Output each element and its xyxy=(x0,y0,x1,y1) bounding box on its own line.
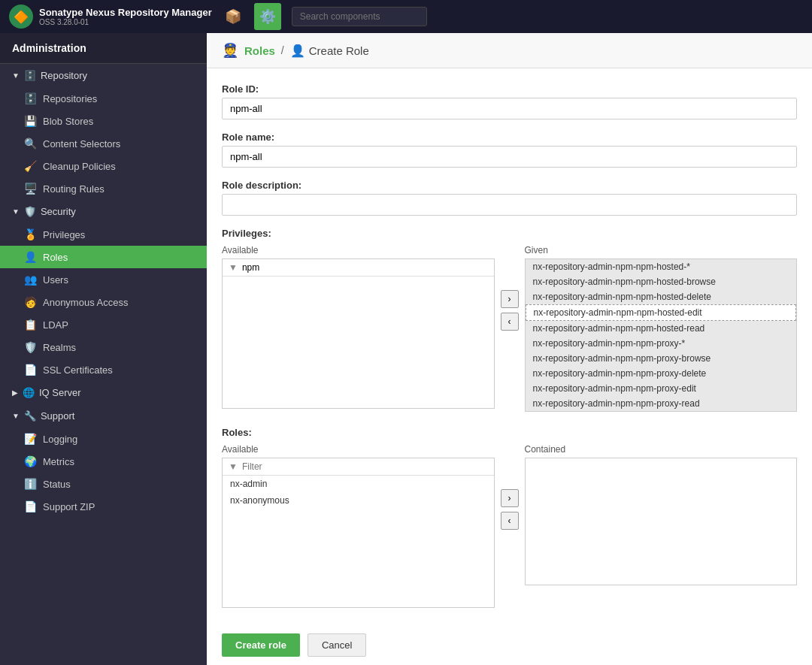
role-name-input[interactable] xyxy=(222,146,797,168)
roles-add-arrow[interactable]: › xyxy=(501,489,519,507)
breadcrumb-current: 👤 Create Role xyxy=(290,44,369,58)
repository-section-icon: 🗄️ xyxy=(24,70,36,81)
privileges-available-col: Available ▼ xyxy=(222,245,495,409)
repositories-icon: 🗄️ xyxy=(24,92,37,104)
given-item[interactable]: nx-repository-admin-npm-npm-proxy-browse xyxy=(526,351,797,366)
status-icon: ℹ️ xyxy=(24,478,37,490)
privileges-filter-bar: ▼ xyxy=(223,259,494,277)
sidebar-item-repositories[interactable]: 🗄️ Repositories xyxy=(0,87,207,110)
privileges-given-box: nx-repository-admin-npm-npm-hosted-*nx-r… xyxy=(525,258,798,412)
sidebar-item-roles[interactable]: 👤 Roles xyxy=(0,246,207,268)
logo-icon: 🔶 xyxy=(9,5,33,29)
role-id-input[interactable] xyxy=(222,98,797,119)
privileges-icon: 🏅 xyxy=(24,228,37,240)
sidebar-item-metrics-label: Metrics xyxy=(43,456,74,467)
given-item[interactable]: nx-repository-admin-npm-npm-hosted-delet… xyxy=(526,289,797,304)
role-id-group: Role ID: xyxy=(222,83,797,119)
sidebar-item-cleanup-policies-label: Cleanup Policies xyxy=(43,161,116,172)
sidebar-item-logging[interactable]: 📝 Logging xyxy=(0,428,207,450)
browse-button[interactable]: 📦 xyxy=(220,3,247,30)
roles-contained-box xyxy=(525,458,798,585)
role-name-group: Role name: xyxy=(222,131,797,168)
search-input[interactable] xyxy=(292,7,427,26)
sidebar-item-support-zip-label: Support ZIP xyxy=(43,501,95,512)
app-name: Sonatype Nexus Repository Manager xyxy=(39,7,212,19)
security-section-icon: 🛡️ xyxy=(24,206,36,217)
sidebar-item-support-zip[interactable]: 📄 Support ZIP xyxy=(0,495,207,518)
sidebar-item-anonymous-access[interactable]: 🧑 Anonymous Access xyxy=(0,291,207,313)
given-item[interactable]: nx-repository-admin-npm-npm-hosted-read xyxy=(526,321,797,336)
breadcrumb-current-label: Create Role xyxy=(309,44,369,57)
given-item[interactable]: nx-repository-admin-npm-npm-proxy-read xyxy=(526,396,797,411)
given-item[interactable]: nx-repository-admin-npm-npm-hosted-* xyxy=(526,259,797,274)
sidebar-item-repositories-label: Repositories xyxy=(43,93,97,104)
roles-available-box: ▼ nx-adminnx-anonymous xyxy=(222,458,495,608)
sidebar-item-metrics[interactable]: 🌍 Metrics xyxy=(0,450,207,473)
roles-panels: Available ▼ nx-adminnx-anonymous › xyxy=(222,444,797,608)
anonymous-access-icon: 🧑 xyxy=(24,296,37,308)
privileges-available-list[interactable] xyxy=(223,277,494,404)
privileges-available-box: ▼ xyxy=(222,258,495,409)
blob-stores-icon: 💾 xyxy=(24,115,37,127)
privileges-remove-arrow[interactable]: ‹ xyxy=(501,313,519,331)
sidebar-section-support[interactable]: ▼ 🔧 Support xyxy=(0,404,207,428)
given-item[interactable]: nx-repository-admin-npm-npm-proxy-edit xyxy=(526,381,797,396)
breadcrumb-parent-link[interactable]: Roles xyxy=(244,44,275,57)
roles-available-item[interactable]: nx-admin xyxy=(223,476,494,492)
sidebar-item-users-label: Users xyxy=(43,274,68,286)
sidebar-item-ssl-certificates[interactable]: 📄 SSL Certificates xyxy=(0,358,207,381)
settings-button[interactable]: ⚙️ xyxy=(254,3,281,30)
sidebar-item-routing-rules[interactable]: 🖥️ Routing Rules xyxy=(0,177,207,200)
privileges-add-arrow[interactable]: › xyxy=(501,290,519,308)
privileges-available-label: Available xyxy=(222,245,495,255)
role-desc-group: Role description: xyxy=(222,180,797,216)
content-selectors-icon: 🔍 xyxy=(24,138,37,150)
given-item[interactable]: nx-repository-admin-npm-npm-hosted-brows… xyxy=(526,274,797,289)
sidebar-item-content-selectors[interactable]: 🔍 Content Selectors xyxy=(0,132,207,155)
roles-filter-input[interactable] xyxy=(242,461,488,472)
sidebar-section-repository[interactable]: ▼ 🗄️ Repository xyxy=(0,64,207,87)
roles-arrow-col: › ‹ xyxy=(501,444,519,530)
roles-available-item[interactable]: nx-anonymous xyxy=(223,492,494,509)
users-icon: 👥 xyxy=(24,274,37,286)
routing-rules-icon: 🖥️ xyxy=(24,183,37,195)
roles-icon: 👤 xyxy=(24,251,37,263)
given-item[interactable]: nx-repository-admin-npm-npm-proxy-delete xyxy=(526,366,797,381)
sidebar-item-realms[interactable]: 🛡️ Realms xyxy=(0,336,207,358)
sidebar-item-routing-rules-label: Routing Rules xyxy=(43,183,105,195)
sidebar-section-iq-server[interactable]: ▶ 🌐 IQ Server xyxy=(0,381,207,404)
cancel-button[interactable]: Cancel xyxy=(308,633,366,657)
sidebar-item-users[interactable]: 👥 Users xyxy=(0,268,207,291)
sidebar-item-status-label: Status xyxy=(43,479,71,490)
sidebar-item-ldap-label: LDAP xyxy=(43,319,68,331)
role-id-label: Role ID: xyxy=(222,83,797,95)
privileges-given-col: Given nx-repository-admin-npm-npm-hosted… xyxy=(525,245,798,412)
sidebar-item-status[interactable]: ℹ️ Status xyxy=(0,473,207,495)
sidebar-item-blob-stores[interactable]: 💾 Blob Stores xyxy=(0,110,207,132)
sidebar-item-cleanup-policies[interactable]: 🧹 Cleanup Policies xyxy=(0,155,207,177)
cleanup-policies-icon: 🧹 xyxy=(24,160,37,172)
sidebar-item-ssl-cert-label: SSL Certificates xyxy=(43,364,113,376)
chevron-right-icon-iq: ▶ xyxy=(12,388,18,397)
role-desc-input[interactable] xyxy=(222,194,797,216)
roles-available-col: Available ▼ nx-adminnx-anonymous xyxy=(222,444,495,608)
sidebar-section-security[interactable]: ▼ 🛡️ Security xyxy=(0,200,207,223)
sidebar-item-ldap[interactable]: 📋 LDAP xyxy=(0,313,207,336)
roles-available-list[interactable]: nx-adminnx-anonymous xyxy=(223,476,494,603)
form-buttons: Create role Cancel xyxy=(222,623,797,660)
roles-filter-icon: ▼ xyxy=(229,461,238,472)
given-item[interactable]: nx-repository-admin-npm-npm-proxy-* xyxy=(526,336,797,351)
create-role-button[interactable]: Create role xyxy=(222,633,300,657)
sidebar-item-privileges[interactable]: 🏅 Privileges xyxy=(0,223,207,246)
roles-filter-bar: ▼ xyxy=(223,458,494,476)
privileges-given-label: Given xyxy=(525,245,798,255)
roles-remove-arrow[interactable]: ‹ xyxy=(501,512,519,530)
roles-contained-label: Contained xyxy=(525,444,798,455)
create-role-form: Role ID: Role name: Role description: Pr… xyxy=(207,68,812,665)
given-item[interactable]: nx-repository-admin-npm-npm-hosted-edit xyxy=(526,304,797,321)
realms-icon: 🛡️ xyxy=(24,341,37,353)
app-version: OSS 3.28.0-01 xyxy=(39,18,212,26)
privileges-filter-input[interactable] xyxy=(242,262,488,273)
sidebar-header: Administration xyxy=(0,33,207,64)
chevron-down-icon: ▼ xyxy=(12,71,20,80)
